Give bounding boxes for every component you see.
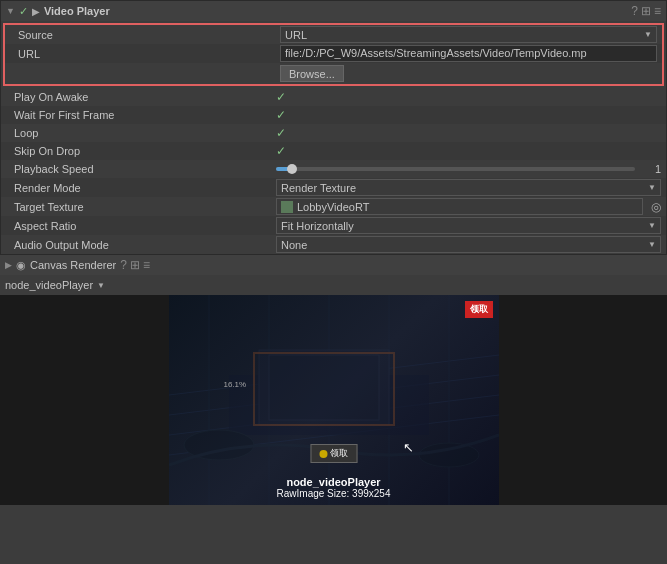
url-label: URL <box>10 48 280 60</box>
layout-icon[interactable]: ⊞ <box>641 4 651 18</box>
playback-speed-track <box>276 167 635 171</box>
loop-label: Loop <box>6 127 276 139</box>
canvas-layout-icon[interactable]: ⊞ <box>130 258 140 272</box>
canvas-eye-icon[interactable]: ◉ <box>16 259 26 272</box>
play-on-awake-value: ✓ <box>276 90 661 104</box>
browse-button[interactable]: Browse... <box>280 65 344 82</box>
browse-row: Browse... <box>5 63 662 84</box>
expand-arrow[interactable]: ▼ <box>6 6 15 16</box>
source-label: Source <box>10 29 280 41</box>
video-player-panel: ▼ ✓ ▶ Video Player ? ⊞ ≡ Source URL ▼ UR… <box>0 0 667 255</box>
canvas-renderer-header: ▶ ◉ Canvas Renderer ? ⊞ ≡ <box>0 255 667 275</box>
source-url-section: Source URL ▼ URL file:/D:/PC_W9/Assets/S… <box>3 23 664 86</box>
playback-speed-value: 1 <box>276 163 661 175</box>
audio-output-value: None ▼ <box>276 236 661 253</box>
target-picker-icon[interactable]: ◎ <box>651 200 661 214</box>
target-texture-label: Target Texture <box>6 201 276 213</box>
node-label-dropdown[interactable]: ▼ <box>97 281 105 290</box>
texture-preview-icon <box>281 201 293 213</box>
render-mode-value: Render Texture ▼ <box>276 179 661 196</box>
skip-on-drop-value: ✓ <box>276 144 661 158</box>
aspect-ratio-row: Aspect Ratio Fit Horizontally ▼ <box>1 216 666 235</box>
help-icon[interactable]: ? <box>631 4 638 18</box>
url-value: file:/D:/PC_W9/Assets/StreamingAssets/Vi… <box>280 45 657 62</box>
aspect-ratio-label: Aspect Ratio <box>6 220 276 232</box>
loop-value: ✓ <box>276 126 661 140</box>
svg-point-14 <box>419 443 479 467</box>
canvas-menu-icon[interactable]: ≡ <box>143 258 150 272</box>
aspect-ratio-arrow: ▼ <box>648 221 656 230</box>
canvas-header-icons: ? ⊞ ≡ <box>120 258 150 272</box>
playback-speed-slider-container: 1 <box>276 163 661 175</box>
node-name-overlay: node_videoPlayer <box>277 476 391 488</box>
wait-first-frame-value: ✓ <box>276 108 661 122</box>
canvas-help-icon[interactable]: ? <box>120 258 127 272</box>
wait-first-frame-row: Wait For First Frame ✓ <box>1 106 666 124</box>
preview-area: 领取 16.1% 领取 ↖ node_videoPlayer RawImage … <box>0 295 667 505</box>
aspect-ratio-value: Fit Horizontally ▼ <box>276 217 661 234</box>
component-icon: ▶ <box>32 6 40 17</box>
render-mode-label: Render Mode <box>6 182 276 194</box>
audio-output-row: Audio Output Mode None ▼ <box>1 235 666 254</box>
source-dropdown-arrow: ▼ <box>644 30 652 39</box>
loop-row: Loop ✓ <box>1 124 666 142</box>
render-mode-dropdown[interactable]: Render Texture ▼ <box>276 179 661 196</box>
audio-output-label: Audio Output Mode <box>6 239 276 251</box>
hud-button: 领取 <box>465 301 493 318</box>
video-player-header: ▼ ✓ ▶ Video Player ? ⊞ ≡ <box>1 1 666 21</box>
collect-dot <box>319 450 327 458</box>
loop-checkbox[interactable]: ✓ <box>276 126 286 140</box>
target-texture-field[interactable]: LobbyVideoRT <box>276 198 643 215</box>
source-row: Source URL ▼ <box>5 25 662 44</box>
percent-label: 16.1% <box>224 380 247 389</box>
url-input[interactable]: file:/D:/PC_W9/Assets/StreamingAssets/Vi… <box>280 45 657 62</box>
playback-speed-label: Playback Speed <box>6 163 276 175</box>
source-value: URL ▼ <box>280 26 657 43</box>
canvas-renderer-title: Canvas Renderer <box>30 259 116 271</box>
audio-output-dropdown[interactable]: None ▼ <box>276 236 661 253</box>
aspect-ratio-dropdown[interactable]: Fit Horizontally ▼ <box>276 217 661 234</box>
skip-on-drop-label: Skip On Drop <box>6 145 276 157</box>
header-icons: ? ⊞ ≡ <box>631 4 661 18</box>
url-row: URL file:/D:/PC_W9/Assets/StreamingAsset… <box>5 44 662 63</box>
menu-icon[interactable]: ≡ <box>654 4 661 18</box>
target-texture-row: Target Texture LobbyVideoRT ◎ <box>1 197 666 216</box>
game-preview: 领取 16.1% 领取 ↖ node_videoPlayer RawImage … <box>169 295 499 505</box>
playback-speed-number: 1 <box>641 163 661 175</box>
source-dropdown[interactable]: URL ▼ <box>280 26 657 43</box>
preview-overlay: node_videoPlayer RawImage Size: 399x254 <box>277 476 391 499</box>
svg-rect-11 <box>269 355 379 420</box>
render-mode-arrow: ▼ <box>648 183 656 192</box>
component-checkbox[interactable]: ✓ <box>19 5 28 18</box>
play-on-awake-label: Play On Awake <box>6 91 276 103</box>
cursor: ↖ <box>403 440 414 455</box>
node-label-text: node_videoPlayer <box>5 279 93 291</box>
skip-on-drop-checkbox[interactable]: ✓ <box>276 144 286 158</box>
target-texture-value: LobbyVideoRT ◎ <box>276 198 661 215</box>
raw-image-size: RawImage Size: 399x254 <box>277 488 391 499</box>
skip-on-drop-row: Skip On Drop ✓ <box>1 142 666 160</box>
render-mode-row: Render Mode Render Texture ▼ <box>1 178 666 197</box>
collect-button: 领取 <box>310 444 357 463</box>
playback-speed-row: Playback Speed 1 <box>1 160 666 178</box>
wait-first-frame-checkbox[interactable]: ✓ <box>276 108 286 122</box>
play-on-awake-checkbox[interactable]: ✓ <box>276 90 286 104</box>
wait-first-frame-label: Wait For First Frame <box>6 109 276 121</box>
node-label-bar: node_videoPlayer ▼ <box>0 275 667 295</box>
play-on-awake-row: Play On Awake ✓ <box>1 88 666 106</box>
audio-output-arrow: ▼ <box>648 240 656 249</box>
playback-speed-thumb[interactable] <box>287 164 297 174</box>
component-title: Video Player <box>44 5 627 17</box>
scene-grid <box>169 295 499 505</box>
canvas-expand-arrow[interactable]: ▶ <box>5 260 12 270</box>
